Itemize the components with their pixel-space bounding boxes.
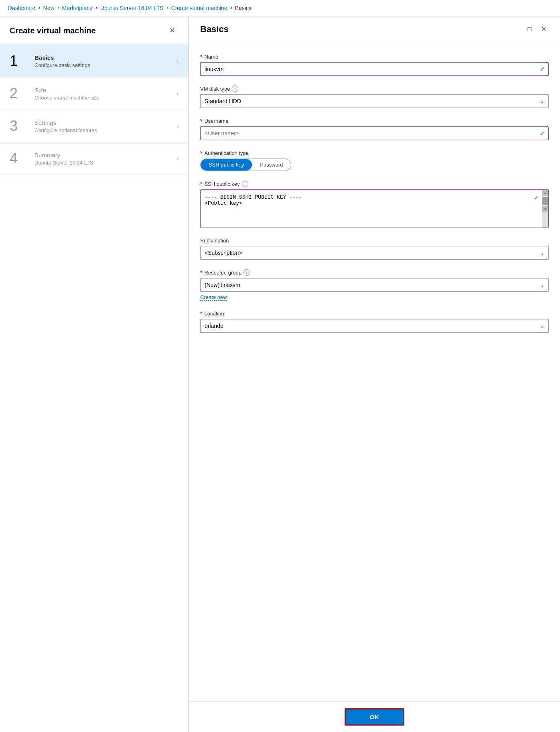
step-2-name: Size xyxy=(34,87,177,94)
form-title: Basics xyxy=(200,24,229,35)
scroll-thumb xyxy=(542,197,548,205)
vm-disk-type-select[interactable]: Standard HDD Standard SSD Premium SSD xyxy=(200,94,549,108)
breadcrumb-new[interactable]: New xyxy=(43,5,55,11)
auth-type-toggle: SSH public key Password xyxy=(200,159,291,171)
ssh-scrollbar: ▲ ▼ xyxy=(542,190,548,228)
step-3-chevron-icon: › xyxy=(177,123,179,129)
ssh-key-textarea[interactable]: ---- BEGIN SSH2 PUBLIC KEY ---- <Public … xyxy=(201,190,548,226)
resource-group-select[interactable]: (New) linuxvm xyxy=(200,278,549,292)
username-input-wrapper: ✓ xyxy=(200,126,549,140)
breadcrumb-marketplace[interactable]: Marketplace xyxy=(62,5,93,11)
username-label: * Username xyxy=(200,118,549,124)
breadcrumb-sep-3: > xyxy=(95,5,98,11)
name-input-wrapper: ✓ xyxy=(200,62,549,76)
username-field-group: * Username ✓ xyxy=(200,118,549,140)
auth-type-required-star: * xyxy=(200,150,202,156)
location-required-star: * xyxy=(200,310,202,317)
step-4-number: 4 xyxy=(10,151,30,166)
step-3-desc: Configure optional features xyxy=(34,127,177,133)
vm-disk-type-field-group: VM disk type i Standard HDD Standard SSD… xyxy=(200,85,549,108)
wizard-step-4[interactable]: 4 Summary Ubuntu Server 16.04 LTS › xyxy=(0,142,188,175)
wizard-step-1[interactable]: 1 Basics Configure basic settings › xyxy=(0,45,188,77)
subscription-label-text: Subscription xyxy=(200,238,229,244)
step-1-desc: Configure basic settings xyxy=(34,62,177,68)
step-3-name: Settings xyxy=(34,119,177,126)
wizard-steps: 1 Basics Configure basic settings › 2 Si… xyxy=(0,45,188,732)
breadcrumb-sep-1: > xyxy=(38,5,41,11)
form-close-button[interactable]: ✕ xyxy=(539,24,549,35)
subscription-select[interactable]: <Subscription> xyxy=(200,246,549,260)
name-label-text: Name xyxy=(204,54,218,60)
breadcrumb-sep-4: > xyxy=(166,5,169,11)
username-label-text: Username xyxy=(204,118,228,124)
step-2-desc: Choose virtual machine size xyxy=(34,95,177,101)
auth-type-label: * Authentication type xyxy=(200,150,549,156)
ok-button[interactable]: OK xyxy=(345,708,405,726)
resource-group-select-wrapper: (New) linuxvm ⌄ xyxy=(200,278,549,292)
wizard-step-3[interactable]: 3 Settings Configure optional features › xyxy=(0,110,188,142)
wizard-title: Create virtual machine xyxy=(10,26,96,35)
breadcrumb-create-vm[interactable]: Create virtual machine xyxy=(171,5,227,11)
form-body: * Name ✓ VM disk type i Standard HDD S xyxy=(189,42,560,702)
name-check-icon: ✓ xyxy=(540,65,545,73)
breadcrumb-current: Basics xyxy=(235,5,252,11)
step-4-content: Summary Ubuntu Server 16.04 LTS xyxy=(34,152,177,166)
name-field-group: * Name ✓ xyxy=(200,53,549,76)
step-1-name: Basics xyxy=(34,54,177,61)
location-select-wrapper: orlando eastus westus ⌄ xyxy=(200,319,549,333)
resource-group-label-text: Resource group xyxy=(204,270,241,276)
step-2-chevron-icon: › xyxy=(177,90,179,97)
name-required-star: * xyxy=(200,53,202,60)
ssh-key-label: * SSH public key i xyxy=(200,181,549,187)
step-1-number: 1 xyxy=(10,54,30,68)
step-1-chevron-icon: › xyxy=(177,58,179,64)
breadcrumb-sep-5: > xyxy=(230,5,233,11)
vm-disk-type-label: VM disk type i xyxy=(200,85,549,92)
vm-disk-type-select-wrapper: Standard HDD Standard SSD Premium SSD ⌄ xyxy=(200,94,549,108)
location-label-text: Location xyxy=(204,311,224,317)
scroll-down-button[interactable]: ▼ xyxy=(542,206,548,212)
breadcrumb-sep-2: > xyxy=(57,5,60,11)
breadcrumb-ubuntu[interactable]: Ubuntu Server 16.04 LTS xyxy=(100,5,164,11)
resource-group-field-group: * Resource group i (New) linuxvm ⌄ Creat… xyxy=(200,269,549,301)
step-4-name: Summary xyxy=(34,152,177,159)
wizard-panel: Create virtual machine ✕ 1 Basics Config… xyxy=(0,16,189,732)
ssh-check-icon: ✓ xyxy=(534,194,539,201)
ssh-key-required-star: * xyxy=(200,181,202,187)
auth-ssh-button[interactable]: SSH public key xyxy=(201,159,252,171)
form-panel: Basics □ ✕ * Name ✓ VM dis xyxy=(189,16,560,732)
wizard-step-2[interactable]: 2 Size Choose virtual machine size › xyxy=(0,77,188,110)
create-new-link[interactable]: Create new xyxy=(200,294,227,301)
subscription-field-group: Subscription <Subscription> ⌄ xyxy=(200,238,549,260)
ssh-key-label-text: SSH public key xyxy=(204,181,239,187)
vm-disk-type-label-text: VM disk type xyxy=(200,86,230,92)
name-input[interactable] xyxy=(200,62,549,76)
step-2-content: Size Choose virtual machine size xyxy=(34,87,177,101)
resource-group-info-icon[interactable]: i xyxy=(243,269,250,276)
step-4-chevron-icon: › xyxy=(177,155,179,162)
auth-type-label-text: Authentication type xyxy=(204,150,249,156)
step-1-content: Basics Configure basic settings xyxy=(34,54,177,68)
main-container: Create virtual machine ✕ 1 Basics Config… xyxy=(0,16,560,732)
ssh-key-info-icon[interactable]: i xyxy=(242,181,248,187)
form-header-actions: □ ✕ xyxy=(525,24,549,35)
breadcrumb-bar: Dashboard > New > Marketplace > Ubuntu S… xyxy=(0,0,560,16)
breadcrumb-dashboard[interactable]: Dashboard xyxy=(8,5,36,11)
ssh-key-field-group: * SSH public key i ---- BEGIN SSH2 PUBLI… xyxy=(200,181,549,228)
auth-password-button[interactable]: Password xyxy=(252,159,291,171)
scroll-up-button[interactable]: ▲ xyxy=(542,190,548,196)
subscription-select-wrapper: <Subscription> ⌄ xyxy=(200,246,549,260)
form-footer: OK xyxy=(189,702,560,732)
maximize-button[interactable]: □ xyxy=(525,24,534,35)
step-2-number: 2 xyxy=(10,86,30,101)
wizard-close-button[interactable]: ✕ xyxy=(166,24,179,37)
username-check-icon: ✓ xyxy=(540,130,545,137)
username-input[interactable] xyxy=(200,126,549,140)
location-select[interactable]: orlando eastus westus xyxy=(200,319,549,333)
ssh-key-textarea-wrapper: ---- BEGIN SSH2 PUBLIC KEY ---- <Public … xyxy=(200,189,549,228)
username-required-star: * xyxy=(200,118,202,124)
vm-disk-type-info-icon[interactable]: i xyxy=(232,85,238,92)
location-label: * Location xyxy=(200,310,549,317)
resource-group-label: * Resource group i xyxy=(200,269,549,276)
step-3-number: 3 xyxy=(10,119,30,133)
